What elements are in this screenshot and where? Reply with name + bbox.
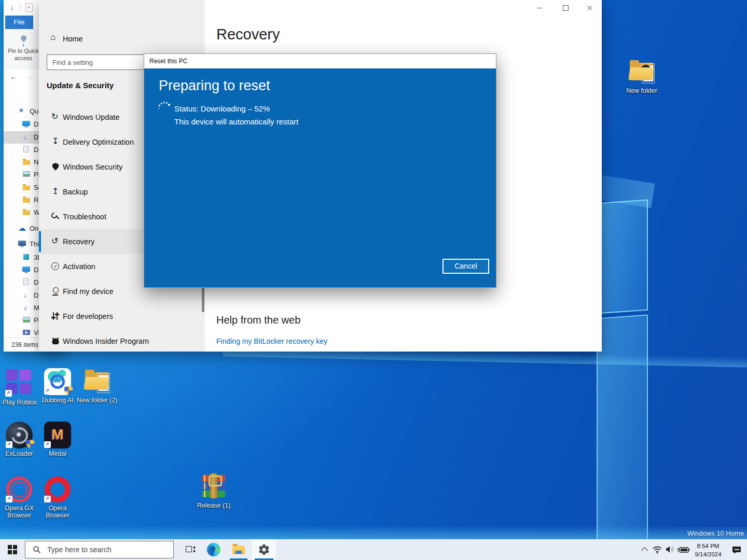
clock-date: 9/14/2024 [691,551,725,559]
desktop-icon-label: New folder [620,87,663,94]
downloads-arrow-icon [22,133,31,141]
dialog-titlebar: Reset this PC [144,54,496,68]
this-pc-icon [18,241,26,249]
pin-icon [19,34,27,43]
bitlocker-help-link[interactable]: Finding my BitLocker recovery key [216,337,327,345]
pin-to-quick-access-button[interactable]: Pin to Quick access [7,33,40,67]
document-icon [22,278,31,286]
document-icon [22,145,31,153]
desktop-icon-label: Medal [36,450,79,457]
wallpaper-window-pane-top [597,200,648,314]
desktop-monitor-icon [22,267,31,275]
desktop: Edge Play Roblox Dubbing AI New folder (… [0,0,747,560]
pictures-icon [22,170,31,178]
desktop-icon-play-roblox[interactable]: Play Roblox [0,368,42,406]
folder-icon [22,183,31,191]
wrench-icon [51,212,60,221]
minimize-button[interactable] [528,0,551,16]
back-arrow-icon[interactable]: ← [10,72,18,81]
sidebar-scrollbar-thumb[interactable] [202,286,204,312]
activation-check-icon [51,262,60,271]
help-from-web-heading: Help from the web [216,314,300,326]
exloader-icon [6,422,33,449]
desktop-icon-release-1[interactable]: Release (1) [192,473,236,509]
taskbar-file-explorer-button[interactable] [227,539,250,560]
maximize-button[interactable] [554,0,577,16]
desktop-icon-label: Dubbing AI [36,397,79,404]
desktop-icon-opera-gx[interactable]: Opera GX Browser [0,476,41,520]
taskbar-edge-button[interactable] [202,539,225,560]
desktop-monitor-icon [22,121,31,129]
taskbar-settings-button[interactable] [252,539,276,560]
close-button[interactable] [578,0,602,16]
start-button[interactable] [0,539,25,560]
forward-arrow-icon: → [26,72,34,81]
desktop-icon-label: Release (1) [192,502,236,509]
progress-spinner-icon [158,102,171,114]
uac-shield-icon [26,440,34,449]
nav-item-for-developers[interactable]: For developers [39,304,205,329]
wallpaper-window-pane-bottom [597,315,648,560]
roblox-icon [5,368,34,397]
file-menu-tab[interactable]: File [5,16,33,29]
uac-shield-icon [64,386,73,395]
desktop-icon-exloader[interactable]: ExLoader [0,422,41,457]
reset-this-pc-dialog: Reset this PC Preparing to reset Status:… [144,53,496,288]
restart-notice-text: This device will automatically restart [174,117,298,126]
onedrive-cloud-icon [18,224,26,232]
desktop-icon-label: ExLoader [0,450,41,457]
dialog-heading: Preparing to reset [159,78,270,94]
shortcut-arrow-icon [44,388,51,395]
medal-icon: M [44,422,71,449]
taskbar: 8:54 PM 9/14/2024 [0,539,747,560]
wallpaper-glow [0,526,747,539]
desktop-icon-label: Opera GX Browser [0,505,41,520]
cancel-button[interactable]: Cancel [442,259,489,274]
desktop-icon-new-folder[interactable]: New folder [620,59,663,94]
home-icon [50,34,60,43]
downloads-folder-icon: ↓ [10,3,14,11]
page-title: Recovery [216,26,280,43]
desktop-icon-dubbing-ai[interactable]: Dubbing AI [36,368,79,404]
folder-icon [22,208,31,216]
action-center-button[interactable] [727,539,746,560]
delivery-icon [51,137,60,147]
show-hidden-icons-button[interactable] [638,539,651,560]
taskbar-search-box[interactable] [25,541,174,558]
opera-gx-icon [6,476,33,503]
action-center-icon [731,545,742,555]
wifi-icon[interactable] [651,539,664,560]
opera-icon [44,476,71,503]
location-pin-icon [51,287,60,296]
backup-icon [51,187,60,197]
windows-edition-watermark: Windows 10 Home [687,529,744,537]
dialog-title: Reset this PC [149,58,187,65]
task-view-button[interactable] [179,539,202,560]
sync-icon [51,113,60,122]
clock-time: 8:54 PM [691,542,725,551]
taskbar-search-input[interactable] [46,541,168,558]
battery-icon[interactable] [676,539,691,560]
sliders-icon [51,312,60,321]
sidebar-item-home[interactable]: Home [39,29,205,49]
folder-icon [232,545,245,554]
nav-item-windows-insider[interactable]: Windows Insider Program [39,329,205,352]
desktop-icon-label: Opera Browser [36,505,79,520]
folder-icon [84,368,110,395]
settings-section-title: Update & Security [47,81,114,90]
search-icon [33,545,41,554]
recovery-icon [51,237,60,246]
separator: | [20,4,21,11]
desktop-icon-opera[interactable]: Opera Browser [36,476,79,520]
winrar-archive-icon [200,473,227,500]
taskbar-clock[interactable]: 8:54 PM 9/14/2024 [691,539,725,560]
status-text: Status: Downloading – 52% [174,104,270,113]
volume-icon[interactable] [663,539,677,560]
quick-access-toolbar-icon[interactable] [25,3,33,12]
shortcut-arrow-icon [6,496,12,502]
desktop-icon-medal[interactable]: M Medal [36,422,79,457]
desktop-icon-new-folder-2[interactable]: New folder (2) [75,368,119,404]
pin-icon-stick [23,44,24,47]
dubbing-ai-icon [44,368,71,395]
downloads-arrow-icon [22,291,31,299]
